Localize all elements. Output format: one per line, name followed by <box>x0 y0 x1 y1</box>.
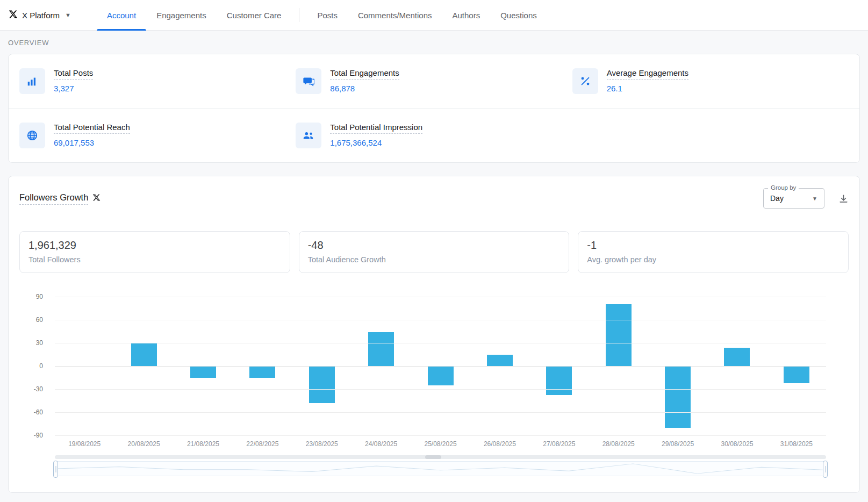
stat-avg-growth-per-day: -1 Avg. growth per day <box>578 231 849 273</box>
metric-average-engagements: Average Engagements 26.1 <box>572 68 849 94</box>
tab-authors[interactable]: Authors <box>442 0 490 30</box>
x-axis-label: 23/08/2025 <box>292 440 351 448</box>
chart-scrollbar-thumb[interactable] <box>425 455 441 459</box>
chart-scrollbar-track <box>55 455 826 459</box>
tab-divider <box>299 8 299 22</box>
chart-gridline <box>55 297 826 297</box>
y-axis-label: -90 <box>34 432 43 439</box>
chart-bar[interactable] <box>665 366 691 428</box>
metric-value[interactable]: 1,675,366,524 <box>330 138 422 147</box>
overview-metrics-card: Total Posts 3,327 Total Engagements 86,8… <box>8 54 860 163</box>
metric-label: Total Posts <box>54 68 93 80</box>
bar-chart-icon <box>19 68 45 94</box>
chart-gridline <box>55 435 826 436</box>
y-axis-label: 0 <box>39 362 43 370</box>
tab-account[interactable]: Account <box>97 0 146 30</box>
tab-questions[interactable]: Questions <box>490 0 547 30</box>
chart-plot <box>55 297 826 435</box>
tab-customer-care[interactable]: Customer Care <box>217 0 292 30</box>
metric-value[interactable]: 26.1 <box>607 84 688 93</box>
metric-total-engagements: Total Engagements 86,878 <box>296 68 572 94</box>
chevron-down-icon: ▼ <box>65 12 71 18</box>
followers-growth-card: Followers Growth Group by Day ▼ <box>8 176 860 493</box>
chart-bar[interactable] <box>131 343 157 366</box>
platform-selector[interactable]: X Platform ▼ <box>9 0 71 30</box>
globe-icon <box>19 123 45 148</box>
stat-label: Total Audience Growth <box>308 255 561 264</box>
stat-value: -48 <box>308 239 561 252</box>
stat-total-audience-growth: -48 Total Audience Growth <box>299 231 570 273</box>
download-icon <box>838 193 849 204</box>
chart-bar[interactable] <box>546 366 572 395</box>
chart-bar[interactable] <box>784 366 809 383</box>
followers-growth-title: Followers Growth <box>19 192 88 205</box>
percent-icon <box>572 68 598 94</box>
chart-bar[interactable] <box>309 366 335 403</box>
chart-bar[interactable] <box>368 332 394 366</box>
chart-x-axis: 19/08/202520/08/202521/08/202522/08/2025… <box>55 440 826 448</box>
datazoom-slider[interactable] <box>55 461 826 476</box>
datazoom-right-handle[interactable] <box>823 461 828 478</box>
chart-gridline <box>55 389 826 390</box>
x-axis-label: 30/08/2025 <box>707 440 766 448</box>
datazoom-preview-line <box>55 464 826 474</box>
section-label-overview: OVERVIEW <box>8 39 860 47</box>
metrics-row-1: Total Posts 3,327 Total Engagements 86,8… <box>9 54 859 108</box>
x-axis-label: 21/08/2025 <box>174 440 233 448</box>
platform-name: X Platform <box>22 11 60 20</box>
chart-y-axis: 9060300-30-60-90 <box>19 297 48 435</box>
chart-bar[interactable] <box>487 355 513 367</box>
y-axis-label: 90 <box>36 293 43 300</box>
x-axis-label: 29/08/2025 <box>648 440 707 448</box>
chart-bar[interactable] <box>606 304 632 366</box>
metric-total-posts: Total Posts 3,327 <box>19 68 296 94</box>
people-icon <box>296 123 321 148</box>
followers-growth-chart: 9060300-30-60-90 19/08/202520/08/202521/… <box>19 297 849 476</box>
x-axis-label: 31/08/2025 <box>767 440 826 448</box>
chart-gridline <box>55 412 826 413</box>
x-axis-label: 25/08/2025 <box>411 440 470 448</box>
x-axis-label: 27/08/2025 <box>529 440 589 448</box>
x-logo-icon-small <box>92 193 101 204</box>
stat-total-followers: 1,961,329 Total Followers <box>19 231 290 273</box>
stat-label: Total Followers <box>28 255 281 264</box>
group-by-label: Group by <box>768 184 799 191</box>
metric-value[interactable]: 3,327 <box>54 84 93 93</box>
chevron-down-icon: ▼ <box>812 196 817 202</box>
metrics-row-2: Total Potential Reach 69,017,553 Total P… <box>9 108 859 162</box>
x-logo-icon <box>9 10 18 21</box>
x-axis-label: 28/08/2025 <box>589 440 648 448</box>
metric-label: Total Potential Impression <box>330 123 422 134</box>
tab-posts[interactable]: Posts <box>307 0 348 30</box>
stat-value: 1,961,329 <box>28 239 281 252</box>
x-axis-label: 19/08/2025 <box>55 440 114 448</box>
chart-bar[interactable] <box>249 366 275 378</box>
datazoom-left-handle[interactable] <box>53 461 58 478</box>
metric-value[interactable]: 69,017,553 <box>54 138 130 147</box>
metric-total-potential-impression: Total Potential Impression 1,675,366,524 <box>296 123 572 148</box>
metric-label: Total Potential Reach <box>54 123 130 134</box>
chart-gridline <box>55 320 826 320</box>
chart-gridline <box>55 343 826 343</box>
y-axis-label: 30 <box>36 339 43 347</box>
stat-label: Avg. growth per day <box>587 255 840 264</box>
chart-bar[interactable] <box>724 348 750 366</box>
tab-engagements[interactable]: Engagements <box>146 0 217 30</box>
chart-bar[interactable] <box>190 366 216 378</box>
metric-total-potential-reach: Total Potential Reach 69,017,553 <box>19 123 296 148</box>
stat-value: -1 <box>587 239 840 252</box>
download-button[interactable] <box>838 193 849 204</box>
datazoom-preview <box>55 462 826 476</box>
x-axis-label: 22/08/2025 <box>233 440 292 448</box>
main-tabs: Account Engagements Customer Care Posts … <box>97 0 547 30</box>
x-axis-label: 20/08/2025 <box>114 440 173 448</box>
chart-bar[interactable] <box>428 366 454 385</box>
metric-value[interactable]: 86,878 <box>330 84 399 93</box>
group-by-select[interactable]: Group by Day ▼ <box>763 188 824 209</box>
tab-comments-mentions[interactable]: Comments/Mentions <box>348 0 442 30</box>
x-axis-label: 24/08/2025 <box>351 440 411 448</box>
y-axis-label: -30 <box>34 385 43 393</box>
y-axis-label: -60 <box>34 408 43 416</box>
chat-bubbles-icon <box>296 68 321 94</box>
group-by-value: Day <box>770 194 784 203</box>
